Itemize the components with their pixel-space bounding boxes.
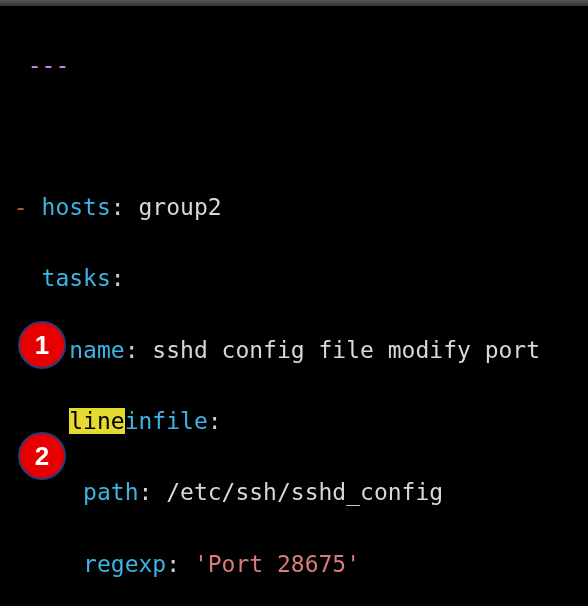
annotation-badge-2: 2 (18, 432, 66, 480)
colon: : (111, 194, 139, 220)
badge-label: 2 (35, 436, 49, 476)
key-tasks: tasks (42, 265, 111, 291)
key-regexp: regexp (83, 551, 166, 577)
val-hosts: group2 (139, 194, 222, 220)
val-name: sshd config file modify port (152, 337, 540, 363)
colon: : (125, 337, 153, 363)
colon: : (208, 408, 222, 434)
code-editor-view: --- - hosts: group2 tasks: - name: sshd … (0, 0, 588, 606)
code-block: --- - hosts: group2 tasks: - name: sshd … (0, 0, 540, 606)
val-regexp: 'Port 28675' (194, 551, 360, 577)
key-path: path (83, 479, 138, 505)
key-lineinfile-rest: infile (125, 408, 208, 434)
val-path: /etc/ssh/sshd_config (166, 479, 443, 505)
key-name: name (69, 337, 124, 363)
annotation-badge-1: 1 (18, 321, 66, 369)
list-dash: - (14, 194, 42, 220)
search-highlight: line (69, 408, 124, 434)
badge-label: 1 (35, 325, 49, 365)
yaml-doc-start: --- (28, 52, 70, 78)
colon: : (111, 265, 125, 291)
colon: : (166, 551, 194, 577)
colon: : (138, 479, 166, 505)
key-hosts: hosts (42, 194, 111, 220)
